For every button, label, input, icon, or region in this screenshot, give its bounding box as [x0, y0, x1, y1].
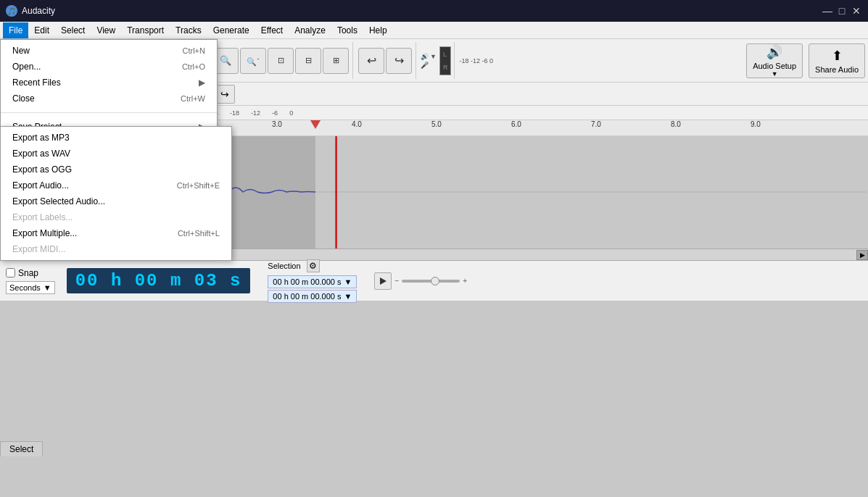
time-mark-5: 5.0 — [431, 120, 442, 128]
menu-bar: File Edit Select View Transport Tracks G… — [0, 22, 868, 39]
share-audio-button[interactable]: ⬆ Share Audio — [809, 43, 865, 78]
select-tab-label: Select — [9, 444, 33, 454]
input-label: 🎤 — [421, 62, 437, 69]
select-tab[interactable]: Select — [0, 441, 43, 456]
close-button[interactable]: ✕ — [851, 5, 862, 17]
zoom-toggle-button[interactable]: ⊞ — [323, 48, 349, 74]
time-mark-4: 4.0 — [352, 120, 362, 128]
selection-header: Selection ⚙ — [268, 259, 357, 272]
menu-generate[interactable]: Generate — [207, 22, 255, 38]
play-small-button[interactable] — [374, 272, 392, 290]
file-close-label: Close — [12, 93, 163, 104]
menu-tracks[interactable]: Tracks — [170, 22, 207, 38]
seconds-dropdown[interactable]: Seconds ▼ — [6, 281, 55, 294]
file-menu-section-1: New Ctrl+N Open... Ctrl+O Recent Files ▶… — [1, 40, 217, 109]
export-labels-item: Export Labels... — [1, 209, 231, 225]
export-mp3-item[interactable]: Export as MP3 — [1, 130, 231, 146]
export-wav-label: Export as WAV — [12, 149, 220, 159]
audio-setup-button[interactable]: 🔊 Audio Setup ▼ — [746, 43, 803, 78]
scroll-right-button[interactable]: ▶ — [856, 250, 868, 260]
app-title: Audacity — [22, 6, 55, 16]
time-mark-6: 6.0 — [511, 120, 521, 128]
fit-project-button[interactable]: ⊡ — [268, 48, 294, 74]
output-label: 🔊▼ — [421, 53, 437, 60]
speed-slider-track — [402, 280, 460, 283]
minus-label: − — [394, 277, 399, 285]
menu-file[interactable]: File — [3, 22, 28, 38]
export-audio-item[interactable]: Export Audio... Ctrl+Shift+E — [1, 178, 231, 193]
file-close-shortcut: Ctrl+W — [181, 94, 205, 103]
export-ogg-item[interactable]: Export as OGG — [1, 162, 231, 178]
db-neg18b: -18 — [230, 109, 239, 117]
menu-tools[interactable]: Tools — [331, 22, 363, 38]
file-open-item[interactable]: Open... Ctrl+O — [1, 59, 217, 75]
menu-view[interactable]: View — [91, 22, 121, 38]
file-close-item[interactable]: Close Ctrl+W — [1, 91, 217, 106]
export-midi-item: Export MIDI... — [1, 241, 231, 257]
selection-time-2-value: 00 h 00 m 00.000 s — [273, 292, 341, 301]
export-labels-label: Export Labels... — [12, 212, 220, 222]
export-ogg-label: Export as OGG — [12, 164, 220, 175]
speed-slider-thumb[interactable] — [431, 277, 439, 285]
menu-edit[interactable]: Edit — [28, 22, 55, 38]
file-recent-item[interactable]: Recent Files ▶ — [1, 75, 217, 91]
export-selected-item[interactable]: Export Selected Audio... — [1, 193, 231, 209]
zoom-controls: 🔍 🔍- ⊡ ⊟ ⊞ — [212, 42, 353, 79]
maximize-button[interactable]: □ — [836, 5, 848, 17]
status-bar: Snap Seconds ▼ 00 h 00 m 03 s Selection … — [0, 260, 868, 301]
time-mark-9: 9.0 — [751, 120, 761, 128]
file-recent-label: Recent Files — [12, 78, 199, 88]
time-mark-7: 7.0 — [591, 120, 601, 128]
snap-label: Snap — [18, 268, 38, 278]
time-mark-8: 8.0 — [671, 120, 681, 128]
export-submenu: Export as MP3 Export as WAV Export as OG… — [0, 126, 232, 261]
redo-edit-button[interactable]: ↪ — [215, 85, 235, 104]
menu-effect[interactable]: Effect — [255, 22, 289, 38]
selection-time-2: 00 h 00 m 00.000 s ▼ — [268, 290, 357, 303]
menu-transport[interactable]: Transport — [121, 22, 170, 38]
export-selected-label: Export Selected Audio... — [12, 196, 220, 206]
time-value: 00 h 00 m 03 s — [75, 271, 242, 291]
seconds-arrow-icon: ▼ — [44, 283, 51, 292]
export-multiple-item[interactable]: Export Multiple... Ctrl+Shift+L — [1, 225, 231, 241]
audio-setup-arrow: ▼ — [772, 70, 778, 78]
minimize-button[interactable]: — — [822, 5, 833, 17]
time-mark-3: 3.0 — [272, 120, 282, 128]
export-multiple-label: Export Multiple... — [12, 228, 160, 238]
settings-gear-button[interactable]: ⚙ — [307, 259, 320, 272]
file-open-label: Open... — [12, 62, 165, 72]
selection-times: 00 h 00 m 00.000 s ▼ 00 h 00 m 00.000 s … — [268, 275, 357, 303]
redo-button[interactable]: ↪ — [386, 48, 412, 74]
export-audio-shortcut: Ctrl+Shift+E — [177, 181, 220, 190]
export-wav-item[interactable]: Export as WAV — [1, 146, 231, 162]
zoom-out-button[interactable]: 🔍- — [240, 48, 266, 74]
time-display: 00 h 00 m 03 s — [67, 268, 251, 293]
export-audio-label: Export Audio... — [12, 180, 160, 191]
speaker-icon: 🔊 — [766, 44, 782, 60]
export-midi-label: Export MIDI... — [12, 244, 220, 254]
fit-selection-button[interactable]: ⊟ — [295, 48, 321, 74]
db-0b: 0 — [289, 109, 293, 117]
menu-help[interactable]: Help — [363, 22, 393, 38]
title-bar: 🎵 Audacity — □ ✕ — [0, 0, 868, 22]
separator-1 — [1, 112, 217, 113]
db-neg6b: -6 — [272, 109, 278, 117]
menu-select[interactable]: Select — [55, 22, 91, 38]
db-neg12b: -12 — [251, 109, 260, 117]
waveform-playhead — [336, 136, 337, 248]
snap-checkbox[interactable] — [6, 268, 15, 277]
export-menu-section: Export as MP3 Export as WAV Export as OG… — [1, 127, 231, 260]
file-new-item[interactable]: New Ctrl+N — [1, 43, 217, 59]
selection-label: Selection — [268, 262, 300, 270]
export-mp3-label: Export as MP3 — [12, 133, 220, 143]
file-new-label: New — [12, 46, 165, 56]
seconds-label: Seconds — [9, 283, 41, 292]
menu-analyze[interactable]: Analyze — [289, 22, 331, 38]
playback-speed-group: − + — [374, 272, 467, 290]
level-scale-top: -18 -12 -6 0 — [459, 57, 493, 64]
undo-button[interactable]: ↩ — [358, 48, 384, 74]
app-icon: 🎵 — [6, 5, 17, 17]
playhead[interactable] — [310, 120, 321, 129]
selection-panel: Selection ⚙ 00 h 00 m 00.000 s ▼ 00 h 00… — [268, 259, 357, 303]
selection-time-1: 00 h 00 m 00.000 s ▼ — [268, 275, 357, 288]
